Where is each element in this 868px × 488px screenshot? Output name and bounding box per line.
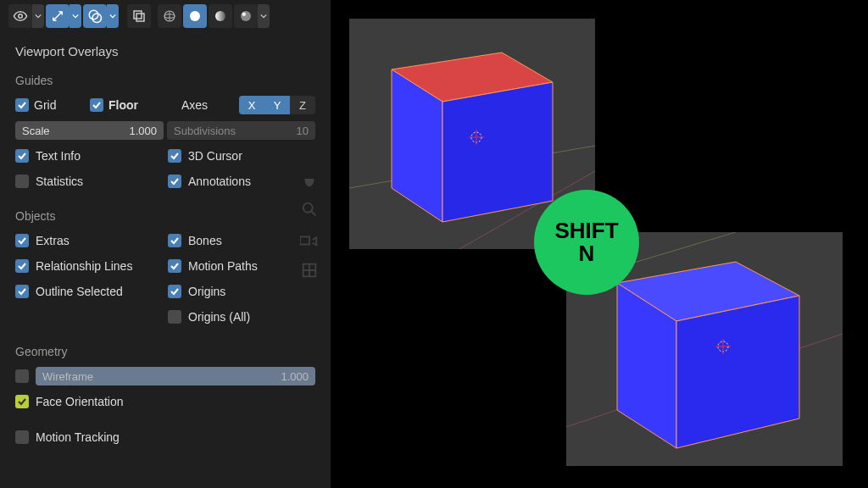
annotations-label: Annotations <box>188 175 251 188</box>
hand-icon[interactable] <box>300 169 319 188</box>
wireframe-label: Wireframe <box>42 370 93 383</box>
floor-checkbox[interactable] <box>90 98 103 112</box>
viewport-side-icons <box>300 169 319 280</box>
bones-checkbox[interactable] <box>168 234 181 247</box>
scale-value: 1.000 <box>129 125 157 137</box>
svg-point-9 <box>241 11 251 21</box>
annotations-checkbox[interactable] <box>168 175 181 188</box>
scale-label: Scale <box>22 125 50 137</box>
axes-label: Axes <box>181 98 208 112</box>
floor-label: Floor <box>108 98 138 112</box>
svg-marker-18 <box>442 82 553 222</box>
shading-dropdown[interactable] <box>258 4 270 28</box>
svg-point-8 <box>215 11 225 21</box>
visibility-button[interactable] <box>8 4 32 28</box>
subdivisions-label: Subdivisions <box>174 125 236 137</box>
relationship-label: Relationship Lines <box>36 259 132 273</box>
motion-tracking-label: Motion Tracking <box>36 430 120 444</box>
cursor-label: 3D Cursor <box>188 149 242 163</box>
camera-icon[interactable] <box>300 230 319 249</box>
outline-label: Outline Selected <box>36 285 123 298</box>
subdivisions-field[interactable]: Subdivisions 10 <box>167 121 315 140</box>
face-orientation-label: Face Orientation <box>36 395 124 408</box>
wireframe-shading-button[interactable] <box>158 4 181 28</box>
subdivisions-value: 10 <box>297 125 309 137</box>
origins-all-label: Origins (All) <box>188 310 250 324</box>
viewport-overlays-panel: Viewport Overlays Guides Grid Floor Axes… <box>0 0 331 488</box>
svg-point-7 <box>190 11 200 21</box>
wireframe-value: 1.000 <box>281 370 309 383</box>
origins-label: Origins <box>188 285 225 298</box>
xray-button[interactable] <box>127 4 151 28</box>
svg-point-0 <box>19 14 23 19</box>
axis-z-button[interactable]: Z <box>290 96 315 114</box>
geometry-section-title: Geometry <box>15 345 315 358</box>
axis-x-button[interactable]: X <box>239 96 264 114</box>
motion-tracking-checkbox[interactable] <box>15 430 29 444</box>
wireframe-checkbox[interactable] <box>15 369 29 383</box>
grid-checkbox[interactable] <box>15 98 29 112</box>
scale-field[interactable]: Scale 1.000 <box>15 121 164 140</box>
panel-title: Viewport Overlays <box>15 44 315 58</box>
svg-marker-26 <box>676 296 799 448</box>
svg-point-11 <box>303 203 313 213</box>
extras-checkbox[interactable] <box>15 234 29 247</box>
panel-body: Viewport Overlays Guides Grid Floor Axes… <box>0 32 331 465</box>
solid-shading-button[interactable] <box>183 4 207 28</box>
grid-label: Grid <box>34 98 56 112</box>
motion-checkbox[interactable] <box>168 259 181 273</box>
outline-checkbox[interactable] <box>15 285 29 298</box>
badge-line2: N <box>579 242 595 265</box>
svg-rect-3 <box>134 11 142 19</box>
textinfo-label: Text Info <box>36 149 81 163</box>
visibility-dropdown[interactable] <box>32 4 44 28</box>
grid-icon[interactable] <box>300 261 319 280</box>
axes-toggle-group: X Y Z <box>239 96 315 114</box>
svg-point-10 <box>242 13 247 17</box>
statistics-label: Statistics <box>36 175 83 188</box>
overlays-button[interactable] <box>83 4 107 28</box>
rendered-shading-button[interactable] <box>234 4 258 28</box>
overlays-dropdown[interactable] <box>107 4 119 28</box>
cursor-checkbox[interactable] <box>168 149 181 163</box>
extras-label: Extras <box>36 234 70 247</box>
relationship-checkbox[interactable] <box>15 259 29 273</box>
objects-section-title: Objects <box>15 209 315 223</box>
motion-label: Motion Paths <box>188 259 258 273</box>
statistics-checkbox[interactable] <box>15 175 29 188</box>
svg-rect-4 <box>136 14 144 21</box>
face-orientation-checkbox[interactable] <box>15 395 29 408</box>
badge-line1: SHIFT <box>554 219 618 242</box>
svg-rect-12 <box>300 236 309 244</box>
origins-all-checkbox[interactable] <box>168 310 181 324</box>
gizmo-dropdown[interactable] <box>70 4 81 28</box>
bones-label: Bones <box>188 234 222 247</box>
matprev-shading-button[interactable] <box>209 4 232 28</box>
header-toolbar <box>0 0 331 32</box>
textinfo-checkbox[interactable] <box>15 149 29 163</box>
axis-y-button[interactable]: Y <box>264 96 290 114</box>
origins-checkbox[interactable] <box>168 285 181 298</box>
gizmo-button[interactable] <box>46 4 70 28</box>
wireframe-slider[interactable]: Wireframe 1.000 <box>36 367 315 385</box>
shortcut-badge: SHIFT N <box>534 190 639 295</box>
guides-section-title: Guides <box>15 74 315 87</box>
zoom-icon[interactable] <box>300 200 319 219</box>
